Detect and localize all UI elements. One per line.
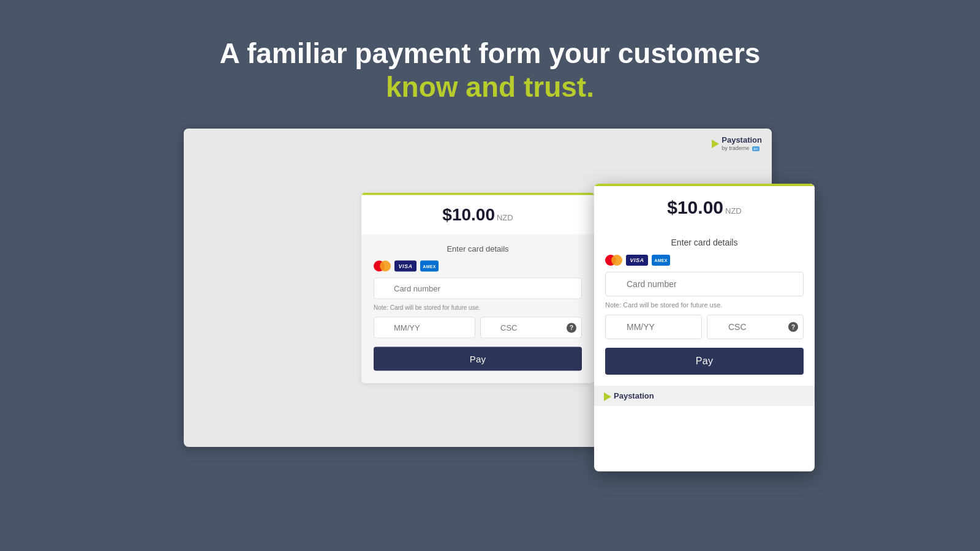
cards-container: $10.00NZD Enter card details VISA AMEX ▮… [184, 129, 796, 471]
mastercard-icon [374, 261, 391, 272]
mobile-paystation-name: Paystation [614, 392, 654, 400]
desktop-amount-bar: $10.00NZD [361, 193, 594, 234]
mobile-paystation-arrow-icon [604, 392, 611, 401]
mobile-expiry-input[interactable] [605, 315, 702, 339]
headline-line1: A familiar payment form your customers [220, 37, 761, 70]
mobile-form-body: Enter card details VISA AMEX ▮▮ Note: Ca… [594, 229, 815, 386]
desktop-form-body: Enter card details VISA AMEX ▮▮ Note: Ca… [361, 234, 594, 383]
mobile-pay-button[interactable]: Pay [605, 348, 804, 375]
mobile-mastercard-icon [605, 255, 622, 266]
mobile-note-text: Note: Card will be stored for future use… [605, 301, 804, 309]
desktop-card-number-input[interactable] [374, 278, 582, 299]
mobile-csc-wrapper[interactable]: 🔒 ? [707, 315, 804, 339]
desktop-card-icons: VISA AMEX [374, 261, 582, 272]
desktop-row-fields: 📅 🔒 ? [374, 317, 582, 339]
desktop-amount-currency: NZD [497, 213, 513, 222]
desktop-card-number-wrapper[interactable]: ▮▮ [374, 278, 582, 299]
desktop-form-title: Enter card details [374, 244, 582, 253]
mobile-amount-currency: NZD [725, 206, 742, 216]
mobile-paystation-logo: Paystation [594, 386, 815, 405]
mobile-card-icons: VISA AMEX [605, 255, 804, 266]
desktop-pay-button[interactable]: Pay [374, 347, 582, 371]
mobile-form-title: Enter card details [605, 238, 804, 247]
mobile-card-number-wrapper[interactable]: ▮▮ [605, 272, 804, 296]
mobile-card-number-input[interactable] [605, 272, 804, 296]
paystation-arrow-icon [712, 140, 719, 148]
desktop-expiry-input[interactable] [374, 317, 475, 339]
amex-icon: AMEX [420, 261, 439, 272]
mobile-card: $10.00NZD Enter card details VISA AMEX ▮… [594, 184, 815, 471]
desktop-paystation-logo: Paystation by trademe tm [184, 129, 772, 156]
csc-help-icon[interactable]: ? [567, 323, 576, 332]
desktop-csc-wrapper[interactable]: 🔒 ? [480, 317, 582, 339]
mobile-amex-icon: AMEX [652, 255, 670, 266]
paystation-sub: by trademe tm [722, 145, 762, 151]
headline-section: A familiar payment form your customers k… [220, 0, 761, 129]
mobile-visa-icon: VISA [626, 255, 648, 266]
desktop-expiry-wrapper[interactable]: 📅 [374, 317, 475, 339]
mobile-csc-help-icon[interactable]: ? [788, 322, 798, 332]
paystation-name: Paystation [722, 136, 762, 144]
desktop-note-text: Note: Card will be stored for future use… [374, 304, 582, 311]
desktop-payment-form: $10.00NZD Enter card details VISA AMEX ▮… [361, 193, 594, 383]
mobile-amount-value: $10.00 [667, 197, 723, 217]
headline-line2: know and trust. [220, 70, 761, 104]
desktop-amount-value: $10.00 [442, 205, 495, 224]
mobile-expiry-wrapper[interactable]: 📅 [605, 315, 702, 339]
mobile-row-fields: 📅 🔒 ? [605, 315, 804, 339]
trademe-icon: tm [752, 146, 760, 151]
mobile-amount-bar: $10.00NZD [594, 184, 815, 229]
visa-icon: VISA [394, 261, 417, 272]
